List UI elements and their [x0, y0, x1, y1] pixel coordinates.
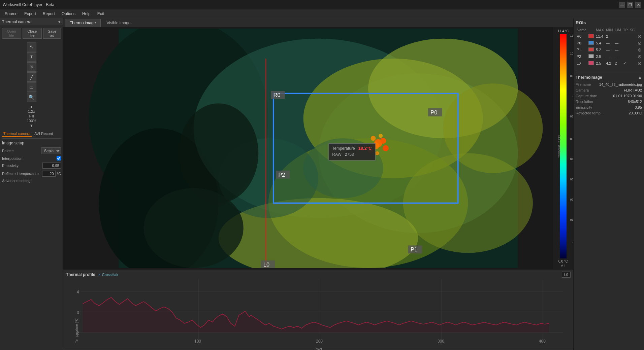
rect-tool[interactable]: ▭	[27, 82, 36, 92]
capture-date-value: 01.01.1970 01:00	[613, 94, 642, 98]
color-scale-container: 11.4 °C 11.4 10.3 09.1 08 06.9 05.7 04.6…	[553, 27, 573, 269]
roi-sc-p1	[629, 46, 636, 53]
thermo-info-section: ThermoImage ▲ Filename 14_40_23_radiomet…	[576, 72, 642, 117]
measure-tool[interactable]: T	[27, 52, 36, 62]
zoom-section: ▲ 1.2x Fill 100% ▼	[0, 103, 63, 129]
tab-thermal-camera[interactable]: Thermal camera	[2, 131, 32, 137]
roi-min-p2: —	[605, 53, 614, 60]
center-area: Thermo image Visible image	[63, 18, 573, 350]
thermo-info-header: ThermoImage ▲	[576, 75, 642, 80]
menu-help[interactable]: Help	[79, 11, 94, 17]
roi-delete-p2[interactable]: ⊗	[637, 54, 642, 59]
roi-color-p2[interactable]	[587, 53, 595, 60]
roi-sc-p2	[629, 53, 636, 60]
roi-lim-p2: —	[614, 53, 622, 60]
open-file-button[interactable]: Open file	[2, 28, 21, 39]
menu-options[interactable]: Options	[58, 11, 79, 17]
emissivity-row: Emissivity	[2, 163, 61, 169]
roi-panel-title: ROIs	[576, 20, 642, 25]
roi-row-p2: P2 2.5 — — ⊗	[576, 53, 643, 60]
roi-color-p0[interactable]	[587, 40, 595, 46]
svg-text:P2: P2	[278, 172, 285, 178]
reflected-temp-row: Reflected temperature °C	[2, 171, 61, 177]
left-settings: Thermal camera AVI Record Image setup Pa…	[0, 129, 63, 350]
interpolation-checkbox[interactable]	[57, 156, 61, 161]
tab-avi-record[interactable]: AVI Record	[33, 131, 54, 137]
thermo-info-collapse-icon[interactable]: ▲	[638, 75, 642, 80]
camera-dropdown-icon[interactable]: ▼	[58, 20, 61, 24]
line-tool[interactable]: ╱	[27, 72, 36, 82]
thermal-image-svg: R0 P0 P2 P1 L0	[65, 29, 572, 268]
resolution-label: Resolution	[576, 100, 593, 104]
svg-text:3: 3	[77, 310, 79, 315]
camera-value: FLIR TAU2	[624, 88, 642, 92]
svg-text:200: 200	[316, 339, 323, 344]
filename-row: Filename 14_40_23_radiometric.jpg	[576, 82, 642, 86]
tab-thermo-image[interactable]: Thermo image	[65, 19, 101, 27]
tab-visible-image[interactable]: Visible image	[101, 19, 135, 27]
camera-label: Camera	[576, 88, 589, 92]
camera-header: Thermal camera ▼	[0, 18, 63, 26]
emissivity-info-label: Emissivity	[576, 105, 592, 109]
emissivity-input[interactable]	[42, 163, 61, 169]
roi-delete-l0[interactable]: ⊗	[637, 61, 642, 66]
svg-text:4: 4	[77, 290, 79, 294]
zoom-up-arrow[interactable]: ▲	[30, 105, 33, 109]
menu-export[interactable]: Export	[21, 11, 39, 17]
roi-sc-p0	[629, 40, 636, 46]
roi-row-l0: L0 2.5 4.2 2 ✓ ⊗	[576, 60, 643, 67]
main-layout: Thermal camera ▼ Open file Close file Sa…	[0, 18, 644, 350]
restore-button[interactable]: ❐	[627, 2, 633, 8]
reflected-temp-input[interactable]	[42, 171, 56, 177]
roi-color-p1[interactable]	[587, 46, 595, 53]
source-tabs: Thermal camera AVI Record	[2, 131, 61, 139]
svg-text:P1: P1	[411, 246, 417, 252]
reflected-temp-unit: °C	[57, 172, 61, 176]
crosshair-toggle[interactable]: ✓ CrossHair	[98, 273, 119, 277]
close-file-button[interactable]: Close file	[23, 28, 42, 39]
zoom-level: 1.2x	[28, 109, 35, 113]
col-sc: SC	[629, 27, 636, 33]
zoom-down-arrow[interactable]: ▼	[30, 124, 33, 128]
roi-max-p1: 5.2	[595, 46, 605, 53]
col-lim: LIM	[614, 27, 622, 33]
roi-min-r0: 2	[605, 33, 614, 40]
image-setup-title: Image setup	[2, 141, 61, 145]
menu-report[interactable]: Report	[39, 11, 58, 17]
roi-delete-r0[interactable]: ⊗	[637, 34, 642, 39]
magnify-tool[interactable]: 🔍	[27, 93, 36, 102]
file-buttons: Open file Close file Save as	[0, 26, 63, 41]
filename-value: 14_40_23_radiometric.jpg	[599, 82, 642, 86]
col-name: Name	[576, 27, 587, 33]
save-as-button[interactable]: Save as	[43, 28, 61, 39]
roi-name-p1: P1	[576, 46, 587, 53]
zoom-percent: 100%	[27, 119, 36, 123]
roi-color-l0[interactable]	[587, 60, 595, 67]
svg-marker-49	[83, 298, 549, 332]
roi-max-p0: 5.4	[595, 40, 605, 46]
left-panel: Thermal camera ▼ Open file Close file Sa…	[0, 18, 63, 350]
cursor-tool[interactable]: ↖	[27, 42, 36, 51]
zoom-fill[interactable]: Fill	[29, 114, 34, 118]
advanced-settings-link[interactable]: Advanced settings	[2, 179, 61, 183]
profile-title: Thermal profile	[66, 272, 95, 277]
roi-name-r0: R0	[576, 33, 587, 40]
menu-exit[interactable]: Exit	[94, 11, 107, 17]
roi-lim-r0	[614, 33, 622, 40]
emissivity-info-row: Emissivity 0,95	[576, 105, 642, 109]
minimize-button[interactable]: —	[619, 2, 625, 8]
profile-y-axis-label: Temperature [°C]	[75, 317, 78, 343]
close-button[interactable]: ✕	[635, 2, 641, 8]
svg-text:L0: L0	[263, 261, 269, 268]
roi-delete-p0[interactable]: ⊗	[637, 40, 642, 46]
palette-select[interactable]: Sepia	[41, 147, 61, 154]
col-tp: TP	[622, 27, 629, 33]
roi-color-r0[interactable]	[587, 33, 595, 40]
menu-source[interactable]: Source	[1, 11, 21, 17]
roi-delete-p1[interactable]: ⊗	[637, 47, 642, 53]
image-area[interactable]: R0 P0 P2 P1 L0 Temperature 18.2°C	[63, 27, 573, 269]
cross-tool[interactable]: ✕	[27, 62, 36, 72]
roi-row-r0: R0 11.4 2 ⊗	[576, 33, 643, 40]
checkmark-icon: ✓	[98, 273, 101, 277]
thermal-profile-area: Thermal profile ✓ CrossHair L0 Temperatu…	[63, 269, 573, 350]
